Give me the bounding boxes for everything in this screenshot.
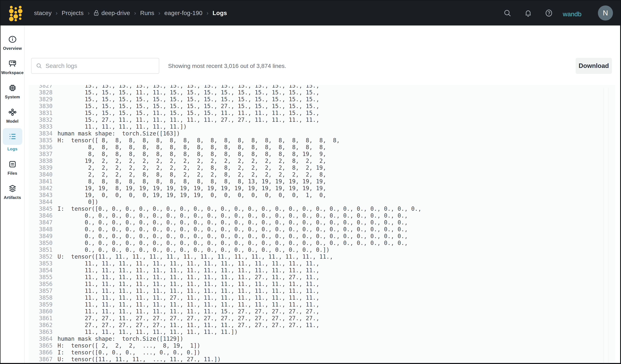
log-line-text: 27., 27., 27., 27., 27., 11., 11., 11., … [57,322,319,329]
log-scrollbar[interactable] [604,88,608,363]
log-line-number: 3865 [38,342,52,349]
avatar[interactable]: N [598,5,613,20]
log-line-number: 3840 [38,171,52,178]
run-sidebar: Overview Workspace [0,25,25,363]
log-line-number: 3863 [38,329,52,335]
search-box [31,58,159,74]
breadcrumb-runs[interactable]: Runs [140,10,155,17]
log-line-text: 2, 2, 2, 2, 2, 2, 2, 2, 2, 8, 8, 2, 2, 2… [57,164,326,171]
log-line-text: 0., 0., 0., 0., 0., 0., 0., 0., 0., 0., … [57,219,408,226]
log-line: 3857 11., 11., 11., 11., 11., 11., 11., … [29,288,615,294]
lines-shown-status: Showing most recent 3,016 out of 3,874 l… [168,63,286,69]
sidebar-item-system[interactable]: System [1,83,23,99]
download-button[interactable]: Download [576,58,612,74]
log-line: 3864 human mask shape: torch.Size([1129]… [29,335,615,342]
log-line-number: 3839 [38,164,52,171]
log-line-number: 3854 [38,267,52,274]
breadcrumb-user[interactable]: stacey [34,10,52,17]
log-line-number: 3831 [38,110,52,116]
log-line: 3840 2, 2, 2, 2, 8, 8, 8, 2, 2, 2, 8, 2,… [29,171,615,178]
breadcrumb-separator: › [88,10,89,16]
log-line: 3863 11., 11., 11., 11., 11., 11., 11., … [29,329,615,335]
log-line: 3860 11., 11., 11., 11., 11., 11., 11., … [29,308,615,315]
logs-page: Showing most recent 3,016 out of 3,874 l… [25,25,620,363]
log-line-text: 11., 11., 11., 11., 11., 11., 11., 11., … [57,260,319,267]
search-logs-input[interactable] [46,58,159,73]
log-line-number: 3833 [38,123,52,130]
log-line: 3861 27., 27., 11., 27., 27., 27., 27., … [29,315,615,322]
wandb-logo-icon[interactable] [7,5,23,21]
log-line: 3847 0., 0., 0., 0., 0., 0., 0., 0., 0.,… [29,219,615,226]
breadcrumb-separator: › [134,10,136,16]
log-line-text: I: tensor([0., 0., 0., ..., 0., 0., 0.]) [57,349,200,356]
breadcrumb-run[interactable]: eager-fog-190 [164,10,202,17]
log-line-number: 3864 [38,335,52,342]
log-line-text: U: tensor([11., 11., 11., ..., 11., 27.,… [57,356,221,363]
log-line-text: human mask shape: torch.Size([0]) [57,363,173,363]
account-link[interactable]: wandb [563,8,582,18]
log-line-number: 3849 [38,233,52,240]
breadcrumb-separator: › [207,10,208,16]
log-line: 3836 8, 8, 8, 8, 8, 8, 8, 8, 8, 8, 8, 8,… [29,144,615,151]
log-line-number: 3859 [38,301,52,308]
log-line-number: 3860 [38,308,52,315]
sidebar-item-artifacts[interactable]: Artifacts [1,183,23,200]
log-line: 3866 I: tensor([0., 0., 0., ..., 0., 0.,… [29,349,615,356]
workspace-board-icon [8,59,17,69]
log-line-number: 3843 [38,192,52,199]
log-line-text: H: tensor([ 2, 2, 2, ..., 8, 19, 1]) [57,342,200,349]
log-line: 3855 11., 11., 11., 11., 11., 11., 11., … [29,274,615,281]
log-line-text: 0., 0., 0., 0., 0., 0., 0., 0., 0., 0., … [57,226,408,233]
log-line-number: 3861 [38,315,52,322]
breadcrumb-project-label: deep-drive [101,10,130,17]
sidebar-item-logs[interactable]: Logs [1,132,23,151]
log-line-text: 11., 11., 11., 11., 11., 11., 11., 11., … [57,308,319,315]
log-line-number: 3847 [38,219,52,226]
info-icon [8,34,17,44]
log-line-number: 3846 [38,212,52,219]
log-lines: 3827 15., 15., 15., 15., 15., 15., 15., … [29,85,615,363]
log-line-text: 8, 8, 8, 8, 8, 8, 8, 8, 8, 8, 8, 8, 8, 8… [57,151,326,158]
breadcrumb: stacey › Projects › deep-drive › Runs › … [34,10,227,17]
log-line: 3834 human mask shape: torch.Size([163]) [29,130,615,137]
log-line: 3833 11., 11., 11., 11., 11., 11.]) [29,123,615,130]
log-line-number: 3829 [38,96,52,103]
log-line-text: 11., 11., 11., 11., 11., 11., 11., 11., … [57,274,319,281]
log-line: 3839 2, 2, 2, 2, 2, 2, 2, 2, 2, 8, 8, 2,… [29,164,615,171]
log-line-text: 2, 2, 2, 2, 8, 8, 8, 2, 2, 2, 8, 2, 2, 2… [57,171,326,178]
log-output-panel[interactable]: 3827 15., 15., 15., 15., 15., 15., 15., … [29,85,615,363]
log-line: 3842 19, 19, 8, 19, 19, 19, 19, 19, 19, … [29,185,615,192]
log-line-text: 27., 27., 11., 27., 27., 27., 27., 27., … [57,315,319,322]
log-line-number: 3844 [38,199,52,205]
log-line-number: 3836 [38,144,52,151]
log-line: 3849 0., 0., 0., 0., 0., 0., 0., 0., 0.,… [29,233,615,240]
log-line: 3831 15., 15., 15., 15., 11., 15., 15., … [29,110,615,116]
layers-icon [8,183,17,194]
sidebar-item-overview[interactable]: Overview [1,34,23,51]
sidebar-item-workspace[interactable]: Workspace [1,59,23,75]
log-line-text: 11., 11., 11., 11., 11., 11., 11., 11., … [57,267,319,274]
log-line-number: 3828 [38,89,52,96]
log-line-number: 3845 [38,205,52,212]
log-line-text: H: tensor([ 8, 8, 8, 8, 8, 8, 8, 8, 8, 8… [57,137,340,144]
bell-icon[interactable] [524,9,532,17]
log-line-text: I: tensor([0., 0., 0., 0., 0., 0., 0., 0… [57,205,421,212]
log-line: 3848 0., 0., 0., 0., 0., 0., 0., 0., 0.,… [29,226,615,233]
log-line-number: 3832 [38,116,52,123]
breadcrumb-page-logs[interactable]: Logs [213,10,227,17]
log-line-text: 0., 0., 0., 0., 0., 0., 0., 0., 0., 0., … [57,240,408,247]
log-line-number: 3853 [38,260,52,267]
log-line-text: 11., 11., 11., 11., 11., 11., 11., 11., … [57,281,319,288]
breadcrumb-project[interactable]: deep-drive [94,10,130,17]
sidebar-item-files[interactable]: Files [1,159,23,176]
log-line-text: 8, 8, 8, 8, 8, 8, 8, 8, 8, 8, 8, 8, 13, … [57,178,326,185]
log-line: 3865 H: tensor([ 2, 2, 2, ..., 8, 19, 1]… [29,342,615,349]
sidebar-item-model[interactable]: Model [1,107,23,124]
search-icon[interactable] [503,9,511,17]
help-icon[interactable] [545,9,553,17]
log-line: 3832 15., 27., 11., 11., 11., 11., 11., … [29,116,615,123]
log-line: 3845 I: tensor([0., 0., 0., 0., 0., 0., … [29,205,615,212]
log-line: 3868 human mask shape: torch.Size([0]) [29,363,615,363]
log-line-number: 3858 [38,294,52,301]
breadcrumb-projects[interactable]: Projects [62,10,84,17]
